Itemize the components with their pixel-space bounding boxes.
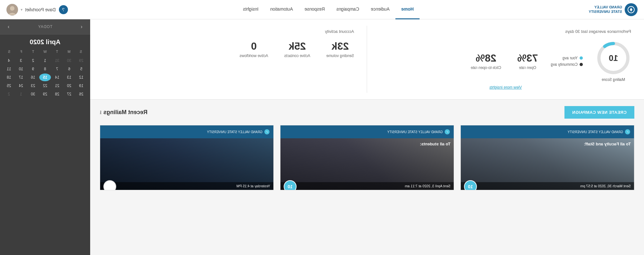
cal-day-30[interactable]: 30 bbox=[27, 90, 39, 98]
cal-day-25[interactable]: 25 bbox=[3, 82, 14, 90]
calendar-month-year: April 2020 bbox=[0, 34, 90, 48]
card-2-email-text: To all students: bbox=[284, 142, 450, 146]
cal-day-may1[interactable]: 1 bbox=[15, 90, 26, 98]
calendar-prev-button[interactable]: ‹ bbox=[78, 23, 85, 30]
info-icon: ℹ bbox=[100, 110, 101, 115]
mailing-card-1[interactable]: ✓ GRAND VALLEY STATE UNIVERSITY To all F… bbox=[460, 125, 634, 190]
mailing-card-3[interactable]: ✓ GRAND VALLEY STATE UNIVERSITY Yesterda… bbox=[100, 125, 274, 190]
cal-day-mar30[interactable]: 30 bbox=[63, 57, 75, 64]
calendar-grid: S M T W T F S 29 30 31 1 2 3 4 5 6 7 bbox=[0, 48, 90, 101]
cal-day-2[interactable]: 2 bbox=[27, 57, 39, 64]
cal-day-4[interactable]: 4 bbox=[3, 57, 14, 64]
calendar-header: ‹ TODAY › bbox=[0, 19, 90, 34]
rate-metrics: 73% Open rate 28% Click-to-open rate bbox=[471, 52, 538, 70]
cal-day-27[interactable]: 27 bbox=[63, 90, 75, 98]
day-header-s2: S bbox=[3, 48, 15, 55]
card-3-footer: Yesterday at 4:15 PM bbox=[100, 182, 273, 190]
cal-day-8[interactable]: 8 bbox=[39, 65, 51, 73]
open-rate-label: Open rate bbox=[517, 65, 538, 70]
day-header-t2: T bbox=[27, 48, 39, 55]
cal-day-29[interactable]: 29 bbox=[39, 90, 51, 98]
cal-day-mar29[interactable]: 29 bbox=[76, 57, 87, 64]
card-1-sent-date: Sent March 30, 2020 at 5:57 pm bbox=[580, 184, 631, 188]
cal-day-17[interactable]: 17 bbox=[15, 74, 26, 81]
main-layout: Performance averages last 30 days 10 Mai… bbox=[0, 19, 644, 255]
nav-audience[interactable]: Audience bbox=[365, 0, 395, 19]
card-3-logo: GRAND VALLEY STATE UNIVERSITY bbox=[207, 130, 262, 134]
card-2-footer: Sent April 3, 2020 at 7:11 am bbox=[280, 182, 454, 190]
nav-campaigns[interactable]: Campaigns bbox=[331, 0, 365, 19]
card-1-check-icon: ✓ bbox=[625, 129, 630, 134]
open-rate-value: 73% bbox=[517, 52, 538, 64]
cal-day-10[interactable]: 10 bbox=[15, 65, 26, 73]
cal-day-mar31[interactable]: 31 bbox=[52, 57, 63, 64]
cal-day-11[interactable]: 11 bbox=[3, 65, 14, 73]
logo-area: GRAND VALLEY STATE UNIVERSITY bbox=[589, 3, 638, 16]
cal-day-1[interactable]: 1 bbox=[39, 57, 51, 64]
cal-day-6[interactable]: 6 bbox=[63, 65, 75, 73]
sidebar-calendar: ‹ TODAY › April 2020 S M T W T F S 29 30… bbox=[0, 19, 90, 255]
click-rate-metric: 28% Click-to-open rate bbox=[471, 52, 501, 70]
click-rate-value: 28% bbox=[471, 52, 501, 64]
calendar-days-header: S M T W T F S bbox=[3, 48, 87, 55]
cal-day-18[interactable]: 18 bbox=[3, 74, 14, 81]
cal-day-24[interactable]: 24 bbox=[15, 82, 26, 90]
cal-day-13[interactable]: 13 bbox=[63, 74, 75, 81]
nav-home[interactable]: Home bbox=[395, 0, 420, 19]
cal-day-21[interactable]: 21 bbox=[52, 82, 63, 90]
active-workflows-label: Active workflows bbox=[240, 54, 268, 58]
mailing-score-circle: 10 bbox=[596, 40, 631, 76]
cal-day-15-today[interactable]: 15 bbox=[39, 74, 51, 81]
mailings-grid: ✓ GRAND VALLEY STATE UNIVERSITY To all F… bbox=[100, 125, 634, 190]
performance-section: Performance averages last 30 days 10 Mai… bbox=[367, 26, 644, 93]
cal-day-9[interactable]: 9 bbox=[27, 65, 39, 73]
sending-volume-label: Sending volume bbox=[326, 54, 354, 58]
nav-insights[interactable]: Insights bbox=[237, 0, 264, 19]
performance-title: Performance averages last 30 days bbox=[380, 29, 631, 34]
cal-day-28[interactable]: 28 bbox=[52, 90, 63, 98]
cal-day-19[interactable]: 19 bbox=[76, 82, 87, 90]
mailing-score-container: 10 Mailing Score bbox=[596, 40, 631, 82]
nav-automation[interactable]: Automation bbox=[264, 0, 299, 19]
calendar-next-button[interactable]: › bbox=[5, 23, 12, 30]
header-right: ? Dave Poortvliet ▾ bbox=[6, 4, 68, 15]
calendar-today-label: TODAY bbox=[38, 25, 52, 29]
svg-point-2 bbox=[10, 6, 14, 11]
sending-volume-value: 23k bbox=[326, 40, 354, 52]
cal-day-12[interactable]: 12 bbox=[76, 74, 87, 81]
card-3-image: Yesterday at 4:15 PM bbox=[100, 138, 273, 190]
cal-day-23[interactable]: 23 bbox=[27, 82, 39, 90]
open-rate-metric: 73% Open rate bbox=[517, 52, 538, 70]
cal-day-22[interactable]: 22 bbox=[39, 82, 51, 90]
account-activity-section: Account activity 23k Sending volume 25k … bbox=[90, 26, 367, 93]
nav-response[interactable]: Response bbox=[299, 0, 331, 19]
card-2-header: ✓ GRAND VALLEY STATE UNIVERSITY bbox=[280, 125, 454, 138]
logo-icon bbox=[625, 3, 638, 16]
your-avg-dot bbox=[580, 56, 583, 60]
card-2-check-icon: ✓ bbox=[445, 129, 450, 134]
card-1-footer: Sent March 30, 2020 at 5:57 pm bbox=[461, 182, 634, 190]
help-icon[interactable]: ? bbox=[59, 5, 68, 14]
cal-day-14[interactable]: 14 bbox=[52, 74, 63, 81]
active-workflows-value: 0 bbox=[240, 40, 268, 52]
community-avg-dot bbox=[580, 63, 583, 66]
day-header-s1: S bbox=[75, 48, 87, 55]
cal-day-7[interactable]: 7 bbox=[52, 65, 63, 73]
active-contacts-label: Active contacts bbox=[284, 54, 310, 58]
card-2-logo: GRAND VALLEY STATE UNIVERSITY bbox=[387, 130, 443, 134]
cal-day-16[interactable]: 16 bbox=[27, 74, 39, 81]
cal-day-20[interactable]: 20 bbox=[63, 82, 75, 90]
view-insights-link[interactable]: View more insights bbox=[380, 85, 631, 90]
user-info[interactable]: Dave Poortvliet ▾ bbox=[6, 4, 56, 15]
day-header-t1: T bbox=[51, 48, 63, 55]
cal-day-3[interactable]: 3 bbox=[15, 57, 26, 64]
mailing-card-2[interactable]: ✓ GRAND VALLEY STATE UNIVERSITY To all s… bbox=[280, 125, 454, 190]
create-campaign-button[interactable]: CREATE NEW CAMPAIGN bbox=[564, 106, 634, 119]
cal-day-26[interactable]: 26 bbox=[76, 90, 87, 98]
cal-day-may2[interactable]: 2 bbox=[3, 90, 14, 98]
calendar-days: 29 30 31 1 2 3 4 5 6 7 8 9 10 11 12 13 1… bbox=[3, 57, 87, 98]
cal-day-5[interactable]: 5 bbox=[76, 65, 87, 73]
card-2-sent-date: Sent April 3, 2020 at 7:11 am bbox=[405, 184, 450, 188]
card-1-logo: GRAND VALLEY STATE UNIVERSITY bbox=[568, 130, 623, 134]
user-name: Dave Poortvliet bbox=[25, 7, 56, 12]
